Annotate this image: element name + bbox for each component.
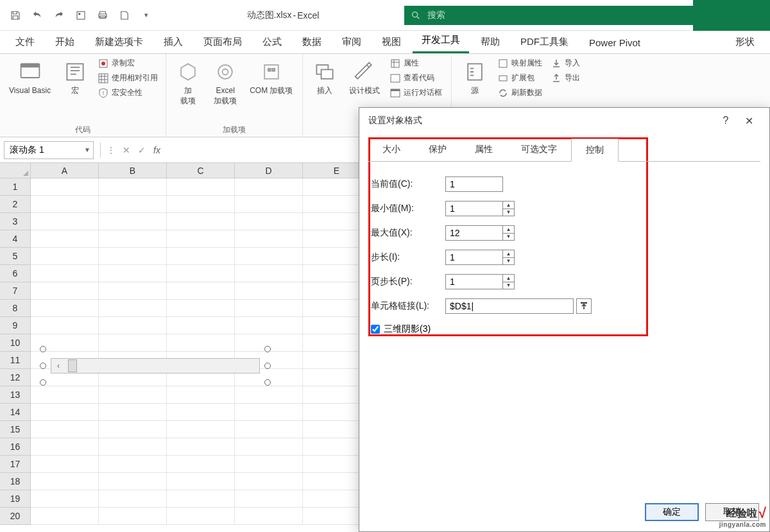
spin-up-icon[interactable]: ▲ [503,202,514,209]
map-props-button[interactable]: 映射属性 [495,56,545,70]
save-icon[interactable] [5,5,26,26]
cell[interactable] [167,490,235,508]
cell[interactable] [235,265,303,282]
cell[interactable] [167,456,235,473]
ok-button[interactable]: 确定 [645,503,699,521]
spin-down-icon[interactable]: ▼ [503,209,514,216]
cell[interactable] [99,196,167,213]
dtab-protect[interactable]: 保护 [415,139,461,161]
spin-up-icon[interactable]: ▲ [503,226,514,234]
macro-button[interactable]: 宏 [58,56,92,99]
cell[interactable] [31,230,99,248]
cell[interactable] [167,300,235,317]
cell[interactable] [235,404,303,421]
range-picker-button[interactable] [576,298,592,314]
cell[interactable] [99,404,167,421]
cell[interactable] [99,473,167,490]
row-header[interactable]: 12 [0,369,31,386]
visual-basic-button[interactable]: Visual Basic [5,56,55,99]
scroll-left-icon[interactable]: ‹ [51,359,65,373]
row-header[interactable]: 9 [0,317,31,334]
scroll-thumb[interactable] [68,359,77,372]
cell[interactable] [167,196,235,213]
tab-insert[interactable]: 插入 [155,31,192,53]
row-header[interactable]: 1 [0,178,31,196]
tab-data[interactable]: 数据 [293,31,330,53]
cell[interactable] [235,300,303,317]
design-mode-button[interactable]: 设计模式 [345,56,384,99]
cell[interactable] [167,213,235,230]
resize-handle[interactable] [40,346,46,352]
name-box[interactable]: 滚动条 1 ▼ [4,141,94,159]
cell[interactable] [167,421,235,438]
qat-icon-2[interactable] [114,5,135,26]
current-value-input[interactable] [445,176,503,192]
cell[interactable] [167,178,235,196]
dtab-props[interactable]: 属性 [461,139,507,161]
cell[interactable] [31,248,99,265]
cell[interactable] [235,438,303,456]
cell[interactable] [99,213,167,230]
row-header[interactable]: 4 [0,230,31,248]
row-header[interactable]: 14 [0,404,31,421]
step-input[interactable] [445,250,503,265]
fb-dots-icon[interactable]: ⋮ [103,142,119,158]
cell[interactable] [99,265,167,282]
cell[interactable] [31,178,99,196]
cell[interactable] [167,473,235,490]
tab-shape[interactable]: 形状 [726,31,764,53]
cell[interactable] [167,438,235,456]
cell[interactable] [167,508,235,525]
col-header[interactable]: B [99,163,167,178]
row-header[interactable]: 15 [0,421,31,438]
cell[interactable] [235,456,303,473]
cell[interactable] [99,300,167,317]
chevron-down-icon[interactable]: ▼ [84,146,90,153]
expand-pack-button[interactable]: 扩展包 [495,71,545,85]
cell[interactable] [31,386,99,404]
excel-addins-button[interactable]: Excel 加载项 [209,56,242,108]
resize-handle[interactable] [40,363,46,369]
dtab-size[interactable]: 大小 [368,139,415,161]
page-spinner[interactable]: ▲▼ [503,274,515,289]
dialog-titlebar[interactable]: 设置对象格式 ? ✕ [359,108,769,133]
cell[interactable] [167,230,235,248]
tab-review[interactable]: 审阅 [333,31,370,53]
addins-button[interactable]: 加 载项 [171,56,205,108]
tab-developer[interactable]: 开发工具 [413,29,469,53]
print-icon[interactable] [92,5,113,26]
cell[interactable] [235,196,303,213]
fx-icon[interactable]: fx [150,145,164,155]
cancel-formula-icon[interactable]: ✕ [119,142,134,158]
tab-formula[interactable]: 公式 [253,31,291,53]
qat-icon-1[interactable] [71,5,91,26]
cell[interactable] [31,404,99,421]
cell[interactable] [235,490,303,508]
tab-view[interactable]: 视图 [373,31,410,53]
insert-control-button[interactable]: 插入 [308,56,341,99]
col-header[interactable]: D [235,163,303,178]
row-header[interactable]: 6 [0,265,31,282]
help-button[interactable]: ? [714,109,737,132]
cell[interactable] [99,438,167,456]
cell[interactable] [99,421,167,438]
view-code-button[interactable]: 查看代码 [388,71,445,85]
properties-button[interactable]: 属性 [388,56,445,70]
cell[interactable] [235,386,303,404]
cell[interactable] [235,421,303,438]
row-header[interactable]: 2 [0,196,31,213]
cell[interactable] [99,456,167,473]
cell[interactable] [31,456,99,473]
cell[interactable] [99,317,167,334]
tab-pdf[interactable]: PDF工具集 [511,31,578,53]
cell[interactable] [99,282,167,300]
redo-icon[interactable] [49,5,69,26]
relative-ref-button[interactable]: 使用相对引用 [96,71,160,85]
import-button[interactable]: 导入 [549,56,583,70]
step-spinner[interactable]: ▲▼ [503,250,515,265]
resize-handle[interactable] [264,346,271,352]
cell[interactable] [235,508,303,525]
shadow-checkbox[interactable] [371,325,380,334]
row-header[interactable]: 10 [0,334,31,352]
cell[interactable] [31,300,99,317]
